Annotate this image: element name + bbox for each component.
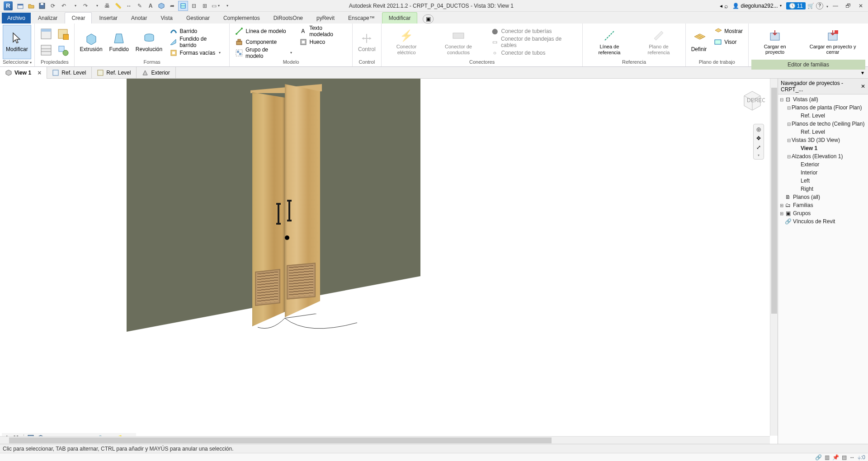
viewtab-close-icon[interactable]: × (38, 69, 41, 76)
viewtab-view1[interactable]: View 1 × (0, 67, 47, 79)
viewport-3d[interactable]: DERECHA trailing POSTERIOR ◎ ✥ ⤢ ▾ 1 : 2… (0, 79, 778, 444)
pan-icon[interactable]: ✥ (756, 135, 761, 141)
load-project-button[interactable]: Cargar en proyecto (751, 24, 798, 59)
tab-gestionar[interactable]: Gestionar (180, 13, 216, 24)
app-logo[interactable]: R (4, 1, 13, 10)
select-underlay-icon[interactable]: ▥ (825, 454, 830, 461)
sweep-button[interactable]: Barrido (167, 26, 227, 37)
tree-elevations[interactable]: ⊟Alzados (Elevation 1) (778, 152, 868, 160)
redo-dropdown[interactable] (91, 1, 101, 11)
panel-seleccionar-title[interactable]: Seleccionar (3, 59, 32, 66)
tab-enscape[interactable]: Enscape™ (342, 13, 381, 24)
extrusion-button[interactable]: Extrusión (77, 25, 105, 59)
redo-icon[interactable]: ↷ (80, 1, 90, 11)
scrollbar-horizontal[interactable] (0, 436, 770, 444)
cable-tray-connector-button: ▭Conector de bandejas de cables (488, 37, 580, 47)
tree-floor-ref[interactable]: Ref. Level (778, 112, 868, 120)
tab-anotar[interactable]: Anotar (125, 13, 153, 24)
restore-button[interactable]: 🗗 (843, 1, 854, 11)
home-icon[interactable] (15, 1, 25, 11)
scrollbar-vertical[interactable] (770, 79, 778, 436)
viewer-workplane-button[interactable]: Visor (711, 37, 745, 47)
sync-icon[interactable]: ⟳ (48, 1, 58, 11)
ribbon-options[interactable]: ▣ (423, 14, 434, 24)
tree-sheets[interactable]: 🗎Planos (all) (778, 193, 868, 201)
print-icon[interactable]: 🖶 (102, 1, 112, 11)
tab-complementos[interactable]: Complementos (217, 13, 266, 24)
measure-icon[interactable]: 📏 (113, 1, 123, 11)
tree-floor-plans[interactable]: ⊟Planos de planta (Floor Plan) (778, 103, 868, 112)
search-icon[interactable]: ⌕ (724, 2, 728, 9)
filter-icon[interactable]: ⏚:0 (858, 454, 865, 461)
browser-close-icon[interactable]: ✕ (861, 83, 865, 89)
zoom-icon[interactable]: ⤢ (756, 144, 761, 151)
show-workplane-button[interactable]: Mostrar (711, 26, 745, 37)
tab-modificar[interactable]: Modificar (382, 12, 418, 24)
tab-dirootsone[interactable]: DiRootsOne (267, 13, 309, 24)
close-button[interactable]: ✕ (855, 1, 866, 11)
tree-left[interactable]: Left (778, 177, 868, 185)
tab-pyrevit[interactable]: pyRevit (310, 13, 341, 24)
tree-views[interactable]: ⊟⊡Vistas (all) (778, 95, 868, 103)
navigation-bar[interactable]: ◎ ✥ ⤢ ▾ (753, 124, 764, 160)
user-account[interactable]: 👤 diegoluna292... ▾ (730, 3, 784, 9)
panel-seleccionar: Modificar Seleccionar (0, 24, 35, 66)
browser-header[interactable]: Navegador de proyectos - CRPT_... ✕ (778, 79, 868, 94)
modify-button[interactable]: Modificar (3, 25, 31, 59)
tree-groups[interactable]: ⊞▣Grupos (778, 209, 868, 217)
tree-3d-views[interactable]: ⊟Vistas 3D (3D View) (778, 136, 868, 144)
properties-button[interactable] (38, 26, 54, 42)
void-forms-button[interactable]: Formas vacías (167, 47, 227, 58)
select-face-icon[interactable]: ▤ (842, 454, 847, 461)
family-category-button[interactable] (55, 42, 71, 58)
tree-right[interactable]: Right (778, 185, 868, 193)
tab-file[interactable]: Archivo (2, 13, 31, 24)
blend-button[interactable]: Fundido (107, 25, 131, 59)
family-types-button[interactable] (55, 26, 71, 42)
tab-vista[interactable]: Vista (154, 13, 179, 24)
cart-icon[interactable]: 🛒 (807, 3, 814, 9)
view-cube[interactable]: DERECHA trailing POSTERIOR (740, 88, 765, 113)
tab-crear[interactable]: Crear (65, 12, 92, 24)
help-icon[interactable]: ? (816, 2, 823, 9)
save-icon[interactable] (37, 1, 47, 11)
tab-insertar[interactable]: Insertar (93, 13, 124, 24)
set-workplane-button[interactable]: Definir (689, 25, 710, 59)
swept-blend-button[interactable]: Fundido de barrido (167, 37, 227, 47)
viewtab-ref-level-1[interactable]: Ref. Level (47, 67, 92, 79)
select-pinned-icon[interactable]: 📌 (832, 454, 839, 461)
select-links-icon[interactable]: 🔗 (815, 454, 822, 461)
notifications-badge[interactable]: 🕓 11 (786, 2, 806, 9)
minimize-button[interactable]: — (830, 1, 841, 11)
tree-int[interactable]: Interior (778, 169, 868, 177)
component-button[interactable]: Componente (232, 37, 294, 47)
model-line-button[interactable]: Línea de modelo (232, 26, 294, 37)
revolve-button[interactable]: Revolución (133, 25, 165, 59)
project-tree[interactable]: ⊟⊡Vistas (all) ⊟Planos de planta (Floor … (778, 94, 868, 444)
undo-icon[interactable]: ↶ (59, 1, 69, 11)
ref-line-button[interactable]: Línea de referencia (585, 25, 633, 59)
full-nav-wheel-icon[interactable]: ◎ (756, 126, 761, 132)
nav-left-icon[interactable]: ◂ (720, 3, 722, 9)
load-close-button[interactable]: Cargar en proyecto y cerrar (800, 24, 865, 59)
viewtabs-dropdown[interactable]: ▾ (857, 70, 868, 76)
opening-button[interactable]: Hueco (297, 37, 349, 47)
drag-elements-icon[interactable]: ↔ (849, 454, 855, 461)
tree-ceil-ref[interactable]: Ref. Level (778, 128, 868, 136)
tree-ceiling-plans[interactable]: ⊟Planos de techo (Ceiling Plan) (778, 120, 868, 128)
tree-view1[interactable]: View 1 (778, 144, 868, 152)
viewtab-ref-level-2[interactable]: Ref. Level (92, 67, 137, 79)
tree-ext[interactable]: Exterior (778, 160, 868, 169)
model-group-button[interactable]: Grupo de modelo (232, 47, 294, 58)
tab-analizar[interactable]: Analizar (32, 13, 64, 24)
help-dropdown[interactable] (825, 3, 828, 9)
model-text-button[interactable]: ATexto modelado (297, 26, 349, 37)
open-icon[interactable] (26, 1, 36, 11)
panel-plano-trabajo-title: Plano de trabajo (689, 59, 745, 66)
tree-families[interactable]: ⊞🗂Familias (778, 201, 868, 209)
tree-links[interactable]: 🔗Vínculos de Revit (778, 217, 868, 226)
viewtab-exterior[interactable]: Exterior (137, 67, 175, 79)
type-properties-button[interactable] (38, 42, 54, 58)
dimension-icon[interactable]: ↔ (124, 1, 134, 11)
undo-dropdown[interactable] (70, 1, 80, 11)
